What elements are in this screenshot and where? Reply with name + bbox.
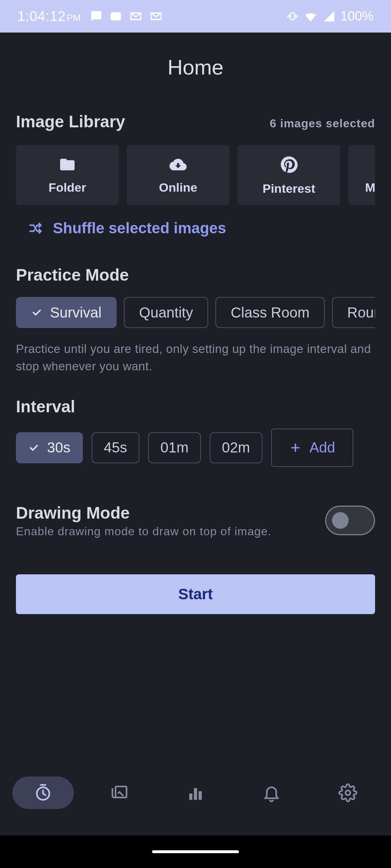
source-folder[interactable]: Folder <box>16 145 119 205</box>
status-bar: 1:04:12PM 100% <box>0 0 391 33</box>
source-label: Online <box>159 180 197 195</box>
gallery-icon <box>110 783 129 802</box>
svg-point-7 <box>345 791 350 795</box>
source-pinterest[interactable]: Pinterest <box>237 145 340 205</box>
mode-description: Practice until you are tired, only setti… <box>16 340 375 375</box>
practice-mode-title: Practice Mode <box>16 265 375 285</box>
chat-icon <box>90 10 102 22</box>
mode-round[interactable]: Roun <box>332 297 375 328</box>
drawing-mode-toggle[interactable] <box>325 506 375 535</box>
nav-timer[interactable] <box>12 776 74 809</box>
library-title: Image Library <box>16 112 125 131</box>
shuffle-icon <box>28 221 43 235</box>
page-title: Home <box>0 33 391 112</box>
mode-chips: Survival Quantity Class Room Roun <box>16 297 375 328</box>
chip-label: Quantity <box>139 305 193 321</box>
nav-stats[interactable] <box>165 776 226 809</box>
app-badge-icon <box>110 10 122 22</box>
chip-label: 02m <box>222 439 250 456</box>
nav-gallery[interactable] <box>89 776 150 809</box>
mode-classroom[interactable]: Class Room <box>215 297 325 328</box>
interval-30s[interactable]: 30s <box>16 432 83 463</box>
drawing-mode-title: Drawing Mode <box>16 503 325 523</box>
nav-notifications[interactable] <box>241 776 302 809</box>
source-label: Folder <box>49 180 86 195</box>
wifi-icon <box>303 9 318 24</box>
interval-02m[interactable]: 02m <box>210 432 262 463</box>
gear-icon <box>339 783 357 802</box>
nav-settings[interactable] <box>317 776 379 809</box>
folder-icon <box>57 156 78 173</box>
toggle-thumb <box>332 512 349 529</box>
start-label: Start <box>178 586 213 603</box>
cloud-download-icon <box>168 156 189 173</box>
source-label: Pinterest <box>262 182 315 196</box>
bar-chart-icon <box>186 783 205 802</box>
bell-icon <box>262 783 281 802</box>
drawing-mode-description: Enable drawing mode to draw on top of im… <box>16 525 325 538</box>
interval-add[interactable]: Add <box>271 429 353 467</box>
chip-label: 45s <box>104 439 127 456</box>
shuffle-label: Shuffle selected images <box>53 220 226 237</box>
bottom-nav <box>0 771 391 814</box>
pinterest-icon <box>279 155 299 174</box>
svg-rect-6 <box>199 791 202 800</box>
home-indicator[interactable] <box>152 850 239 853</box>
chip-label: Survival <box>50 305 101 321</box>
check-icon <box>31 307 42 318</box>
interval-title: Interval <box>16 397 375 416</box>
mode-quantity[interactable]: Quantity <box>124 297 208 328</box>
chip-label: 01m <box>160 439 189 456</box>
timer-icon <box>34 783 52 802</box>
start-button[interactable]: Start <box>16 574 375 614</box>
plus-icon <box>289 442 302 454</box>
vibrate-icon <box>287 10 298 22</box>
svg-rect-5 <box>194 788 197 800</box>
svg-rect-1 <box>291 13 295 20</box>
interval-01m[interactable]: 01m <box>148 432 201 463</box>
gmail-icon-2 <box>150 10 163 23</box>
signal-icon <box>323 10 335 22</box>
status-time: 1:04:12PM <box>17 9 81 24</box>
battery-text: 100% <box>340 9 374 24</box>
svg-rect-3 <box>115 787 126 797</box>
interval-chips: 30s 45s 01m 02m Add <box>16 429 375 467</box>
svg-rect-0 <box>111 12 121 21</box>
source-label: My <box>365 180 375 195</box>
source-my[interactable]: My <box>348 145 375 205</box>
gmail-icon <box>129 10 142 23</box>
svg-rect-4 <box>189 793 193 800</box>
source-online[interactable]: Online <box>127 145 230 205</box>
mode-survival[interactable]: Survival <box>16 297 117 328</box>
images-selected-count: 6 images selected <box>270 117 375 130</box>
chip-label: 30s <box>47 439 71 456</box>
check-icon <box>28 442 39 453</box>
chip-label: Add <box>310 439 335 456</box>
home-indicator-bar <box>0 835 391 868</box>
shuffle-button[interactable]: Shuffle selected images <box>16 220 375 237</box>
interval-45s[interactable]: 45s <box>92 432 140 463</box>
chip-label: Roun <box>347 305 375 321</box>
source-row[interactable]: Folder Online Pinterest My <box>16 145 375 205</box>
chip-label: Class Room <box>231 305 310 321</box>
